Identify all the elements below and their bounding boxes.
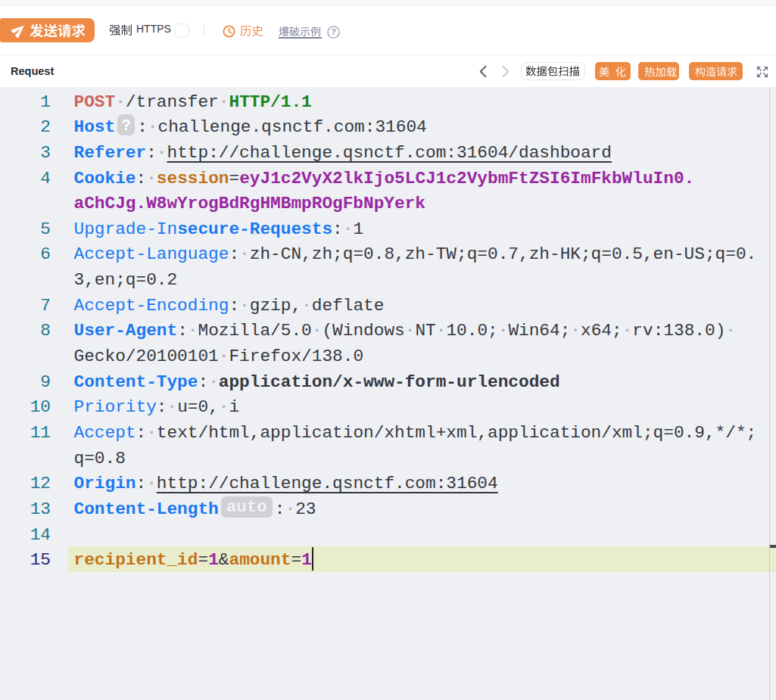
svg-text:?: ? (331, 27, 336, 36)
